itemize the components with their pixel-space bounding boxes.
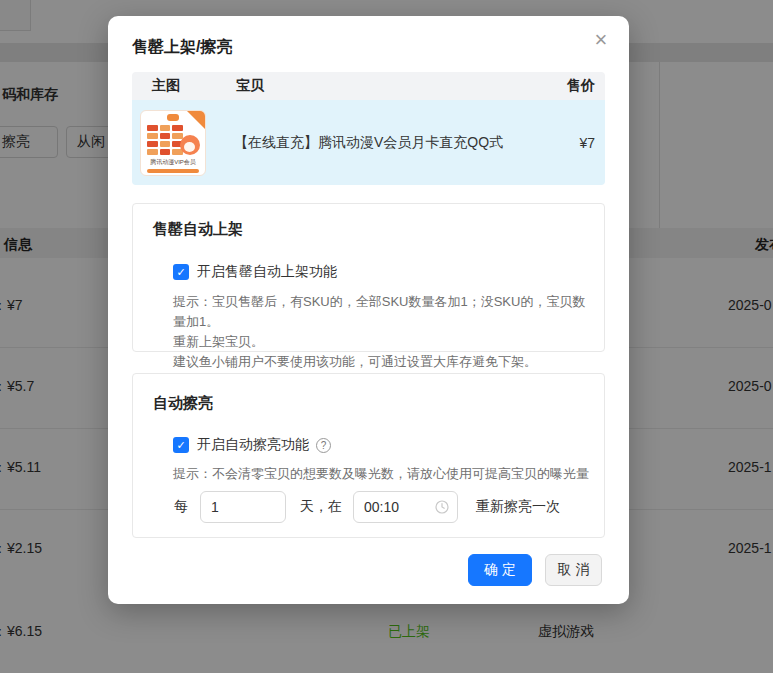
product-thumbnail: 腾讯动漫VIP会员 (140, 110, 206, 176)
column-item: 宝贝 (236, 77, 264, 95)
hint-line: 提示：不会清零宝贝的想要数及曝光数，请放心使用可提高宝贝的曝光量 (173, 464, 593, 484)
hint-line: 重新上架宝贝。 (173, 332, 593, 352)
polish-checkbox-row: ✓ 开启自动擦亮功能 ? (173, 436, 331, 454)
polish-checkbox-label[interactable]: 开启自动擦亮功能 (197, 436, 309, 454)
schedule-prefix: 每 (174, 498, 188, 516)
thumbnail-text-blocks (147, 125, 183, 155)
dialog-title: 售罄上架/擦亮 (132, 37, 232, 58)
mascot-icon (180, 135, 200, 155)
product-table: 主图 宝贝 售价 腾讯动漫VIP会员 【在线直充】腾讯动漫V会员月卡直充QQ式 … (132, 72, 605, 185)
page: 码和库存 擦亮 从闲 信息 发布 ：¥7 ：¥5.7 ：¥5.11 ：¥2.15… (0, 0, 773, 673)
schedule-suffix: 重新擦亮一次 (476, 498, 560, 516)
time-picker[interactable] (353, 491, 458, 523)
section-auto-polish: 自动擦亮 ✓ 开启自动擦亮功能 ? 提示：不会清零宝贝的想要数及曝光数，请放心使… (132, 373, 605, 538)
hint-line: 提示：宝贝售罄后，有SKU的，全部SKU数量各加1；没SKU的，宝贝数量加1。 (173, 292, 593, 332)
days-input[interactable] (200, 491, 286, 523)
close-icon[interactable]: × (589, 28, 613, 52)
column-main-image: 主图 (152, 77, 180, 95)
soldout-checkbox-label[interactable]: 开启售罄自动上架功能 (197, 263, 337, 281)
clock-icon (435, 500, 449, 514)
polish-hint-text: 提示：不会清零宝贝的想要数及曝光数，请放心使用可提高宝贝的曝光量 (173, 464, 593, 484)
thumbnail-pill (147, 169, 198, 173)
ribbon-icon (187, 111, 205, 129)
section-heading: 售罄自动上架 (153, 220, 243, 239)
soldout-checkbox[interactable]: ✓ (173, 264, 189, 280)
cancel-button[interactable]: 取 消 (545, 554, 602, 586)
hint-line: 建议鱼小铺用户不要使用该功能，可通过设置大库存避免下架。 (173, 352, 593, 372)
confirm-button[interactable]: 确 定 (468, 554, 532, 586)
product-price: ¥7 (579, 135, 595, 151)
section-soldout-auto-relist: 售罄自动上架 ✓ 开启售罄自动上架功能 提示：宝贝售罄后，有SKU的，全部SKU… (132, 203, 605, 352)
help-icon[interactable]: ? (316, 438, 331, 453)
soldout-polish-dialog: 售罄上架/擦亮 × 主图 宝贝 售价 腾讯动漫VIP会员 (108, 16, 629, 604)
column-price: 售价 (567, 77, 595, 95)
product-row: 腾讯动漫VIP会员 【在线直充】腾讯动漫V会员月卡直充QQ式 ¥7 (132, 100, 605, 185)
brand-logo-icon (167, 114, 179, 121)
product-table-header: 主图 宝贝 售价 (132, 72, 605, 100)
section-heading: 自动擦亮 (153, 394, 213, 413)
polish-schedule-row: 每 天，在 重新擦亮一次 (174, 491, 560, 523)
schedule-middle: 天，在 (300, 498, 342, 516)
product-title: 【在线直充】腾讯动漫V会员月卡直充QQ式 (234, 134, 579, 152)
polish-checkbox[interactable]: ✓ (173, 437, 189, 453)
soldout-checkbox-row: ✓ 开启售罄自动上架功能 (173, 263, 337, 281)
soldout-hint-text: 提示：宝贝售罄后，有SKU的，全部SKU数量各加1；没SKU的，宝贝数量加1。 … (173, 292, 593, 372)
thumbnail-caption: 腾讯动漫VIP会员 (141, 158, 205, 167)
